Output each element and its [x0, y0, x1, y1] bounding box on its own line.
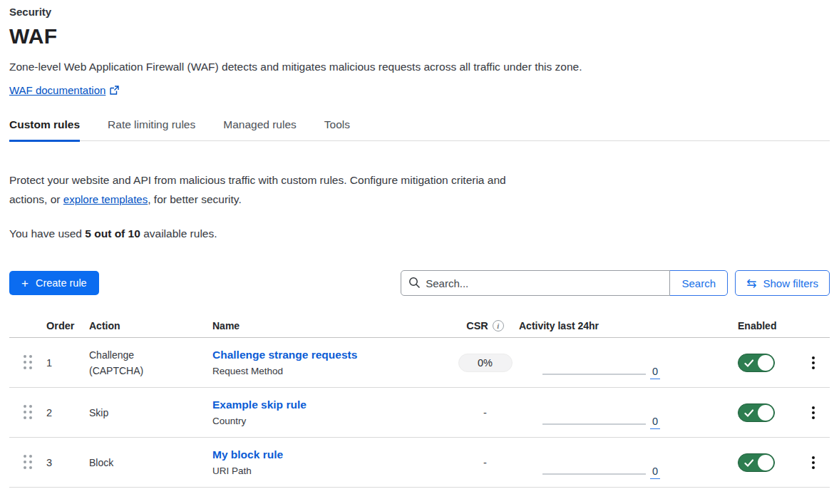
waf-documentation-link[interactable]: WAF documentation	[9, 84, 105, 96]
table-row: 2 Skip Example skip rule Country - 0	[9, 388, 830, 438]
usage-prefix: You have used	[9, 227, 85, 240]
drag-handle-icon[interactable]	[24, 455, 33, 470]
rules-usage-text: You have used 5 out of 10 available rule…	[9, 227, 830, 240]
tab-tools[interactable]: Tools	[324, 118, 350, 140]
rule-order: 2	[46, 407, 89, 418]
activity-count-link[interactable]: 0	[650, 416, 660, 429]
rule-field: URI Path	[212, 466, 451, 476]
plus-icon: +	[21, 277, 29, 289]
breadcrumb: Security	[9, 6, 830, 18]
tab-rate-limiting-rules[interactable]: Rate limiting rules	[108, 118, 195, 140]
search-button[interactable]: Search	[669, 270, 728, 296]
check-icon	[744, 358, 754, 371]
drag-handle-icon[interactable]	[24, 405, 33, 420]
show-filters-label: Show filters	[763, 277, 818, 289]
rule-action: Block	[89, 455, 212, 470]
rule-name-link[interactable]: Example skip rule	[212, 398, 451, 411]
header-activity: Activity last 24hr	[519, 314, 672, 337]
rule-name-link[interactable]: My block rule	[212, 448, 451, 461]
swap-arrows-icon: ⇆	[746, 277, 756, 289]
enabled-toggle[interactable]	[738, 354, 775, 372]
header-order: Order	[46, 320, 89, 331]
external-link-icon	[110, 86, 119, 95]
activity-sparkline	[542, 473, 646, 475]
rules-toolbar: + Create rule Search ⇆ Show filters	[9, 270, 830, 296]
kebab-menu-icon[interactable]	[809, 354, 818, 372]
header-name: Name	[212, 320, 451, 331]
info-icon[interactable]: i	[493, 320, 504, 331]
explore-templates-link[interactable]: explore templates	[63, 193, 148, 205]
waf-tabs: Custom rules Rate limiting rules Managed…	[9, 118, 830, 141]
activity-sparkline	[542, 374, 646, 375]
rule-action: Challenge (CAPTCHA)	[89, 347, 212, 379]
activity-count-link[interactable]: 0	[650, 366, 660, 379]
usage-count: 5 out of 10	[85, 227, 140, 240]
enabled-toggle[interactable]	[738, 453, 775, 472]
custom-rules-intro: Protect your website and API from malici…	[9, 170, 533, 209]
custom-rules-table: Order Action Name CSR i Activity last 24…	[9, 314, 830, 488]
header-csr: CSR	[466, 320, 488, 331]
search-icon	[408, 277, 421, 292]
table-header-row: Order Action Name CSR i Activity last 24…	[9, 314, 830, 338]
rule-field: Country	[212, 416, 451, 426]
rule-order: 3	[46, 457, 89, 468]
csr-value: -	[451, 457, 519, 468]
check-icon	[744, 458, 754, 470]
rule-order: 1	[46, 357, 89, 369]
enabled-toggle[interactable]	[738, 403, 775, 422]
table-row: 1 Challenge (CAPTCHA) Challenge strange …	[9, 338, 830, 388]
usage-suffix: available rules.	[140, 227, 217, 240]
activity-sparkline	[542, 423, 646, 425]
tab-custom-rules[interactable]: Custom rules	[9, 118, 80, 140]
search-input[interactable]	[401, 270, 670, 296]
header-enabled: Enabled	[738, 320, 797, 331]
page-description: Zone-level Web Application Firewall (WAF…	[9, 61, 830, 73]
waf-page: Security WAF Zone-level Web Application …	[0, 0, 839, 488]
header-action: Action	[89, 318, 212, 334]
table-row: 3 Block My block rule URI Path - 0	[9, 438, 830, 488]
page-title: WAF	[9, 24, 830, 48]
csr-badge: 0%	[458, 354, 513, 372]
csr-value: -	[451, 407, 519, 418]
activity-count-link[interactable]: 0	[650, 466, 660, 479]
check-icon	[744, 408, 754, 421]
drag-handle-icon[interactable]	[24, 355, 33, 370]
rule-name-link[interactable]: Challenge strange requests	[212, 349, 451, 361]
create-rule-button[interactable]: + Create rule	[9, 271, 99, 295]
tab-managed-rules[interactable]: Managed rules	[223, 118, 297, 140]
intro-text-after: , for better security.	[148, 193, 242, 205]
show-filters-button[interactable]: ⇆ Show filters	[735, 270, 830, 296]
rule-action: Skip	[89, 405, 212, 421]
kebab-menu-icon[interactable]	[809, 453, 818, 472]
rule-field: Request Method	[212, 366, 451, 376]
create-rule-label: Create rule	[36, 277, 87, 289]
kebab-menu-icon[interactable]	[809, 403, 818, 422]
